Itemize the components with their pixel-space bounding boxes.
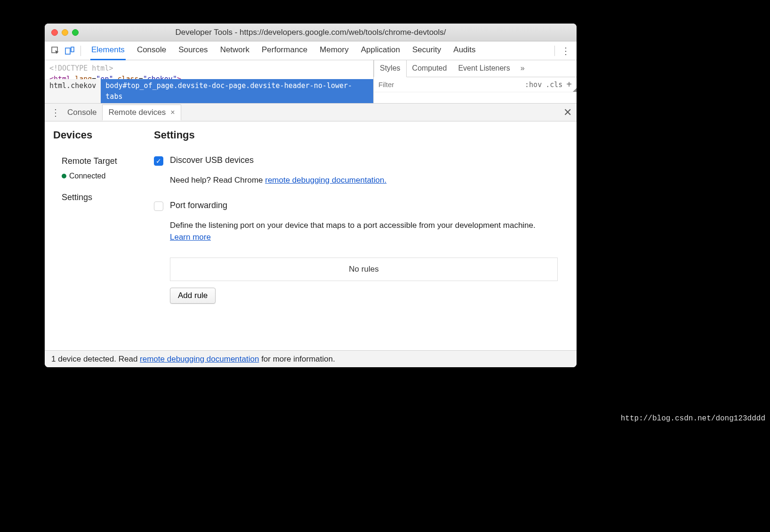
sidebar-item-settings[interactable]: Settings xyxy=(62,190,154,205)
remote-debugging-doc-link[interactable]: remote debugging documentation. xyxy=(265,176,386,185)
sidebar-item-connected[interactable]: Connected xyxy=(62,169,154,183)
tab-memory[interactable]: Memory xyxy=(319,41,349,60)
separator xyxy=(554,46,555,56)
elements-panel: <!DOCTYPE html> <html lang="en" class="c… xyxy=(45,60,577,104)
devtools-window: Developer Tools - https://developers.goo… xyxy=(45,24,577,367)
breadcrumb-item[interactable]: html.chekov xyxy=(45,79,101,103)
drawer-tab-console[interactable]: Console xyxy=(62,105,102,120)
port-forwarding-label: Port forwarding xyxy=(170,201,227,210)
discover-usb-help: Need help? Read Chrome remote debugging … xyxy=(170,174,558,186)
breadcrumb: html.chekov body#top_of_page.devsite-doc… xyxy=(45,79,373,103)
rules-list-empty: No rules xyxy=(170,258,558,281)
tab-sources[interactable]: Sources xyxy=(177,41,209,60)
filter-input[interactable] xyxy=(378,81,521,89)
connected-status-dot-icon xyxy=(62,174,66,178)
setting-discover-usb: ✓ Discover USB devices xyxy=(154,155,558,166)
separator xyxy=(80,46,81,56)
tab-audits[interactable]: Audits xyxy=(452,41,476,60)
styles-panel: Styles Computed Event Listeners » :hov .… xyxy=(373,60,577,103)
learn-more-link[interactable]: Learn more xyxy=(170,233,211,242)
svg-rect-2 xyxy=(71,47,74,52)
tab-elements[interactable]: Elements xyxy=(90,41,126,60)
resize-corner-icon[interactable] xyxy=(573,88,577,92)
connected-label: Connected xyxy=(69,172,105,180)
styles-tab-events[interactable]: Event Listeners xyxy=(452,60,515,77)
tab-console[interactable]: Console xyxy=(136,41,167,60)
watermark: http://blog.csdn.net/dong123dddd xyxy=(621,414,765,423)
breadcrumb-item-selected[interactable]: body#top_of_page.devsite-doc-page.devsit… xyxy=(101,79,373,103)
close-tab-icon[interactable]: × xyxy=(170,108,175,117)
port-forwarding-checkbox[interactable] xyxy=(154,202,163,211)
discover-usb-label: Discover USB devices xyxy=(170,155,254,165)
drawer-close-icon[interactable]: ✕ xyxy=(563,106,572,119)
styles-tab-styles[interactable]: Styles xyxy=(374,60,407,77)
sidebar-heading: Devices xyxy=(53,129,154,141)
inspect-element-icon[interactable] xyxy=(49,45,62,57)
settings-pane: Settings ✓ Discover USB devices Need hel… xyxy=(154,121,577,350)
main-tabs: Elements Console Sources Network Perform… xyxy=(90,41,550,60)
window-title: Developer Tools - https://developers.goo… xyxy=(45,28,577,37)
sidebar-item-remote-target[interactable]: Remote Target xyxy=(62,153,154,169)
device-toolbar-icon[interactable] xyxy=(64,45,76,57)
drawer-more-icon[interactable]: ⋮ xyxy=(49,107,62,118)
discover-usb-checkbox[interactable]: ✓ xyxy=(154,156,163,166)
devices-sidebar: Devices Remote Target Connected Settings xyxy=(45,121,154,350)
filter-row: :hov .cls + xyxy=(374,77,577,92)
tab-security[interactable]: Security xyxy=(411,41,442,60)
dom-tree[interactable]: <!DOCTYPE html> <html lang="en" class="c… xyxy=(45,60,373,103)
port-forwarding-help: Define the listening port on your device… xyxy=(170,219,558,243)
drawer-tab-label: Remote devices xyxy=(108,108,166,117)
hov-toggle[interactable]: :hov xyxy=(525,81,542,89)
new-rule-icon[interactable]: + xyxy=(566,79,572,90)
add-rule-button[interactable]: Add rule xyxy=(170,288,216,304)
styles-tab-computed[interactable]: Computed xyxy=(407,60,453,77)
footer-doc-link[interactable]: remote debugging documentation xyxy=(140,355,259,364)
footer-bar: 1 device detected. Read remote debugging… xyxy=(45,350,577,367)
titlebar: Developer Tools - https://developers.goo… xyxy=(45,24,577,41)
drawer-tab-remote-devices[interactable]: Remote devices × xyxy=(102,105,181,121)
doctype: <!DOCTYPE html> xyxy=(49,64,113,73)
main-toolbar: Elements Console Sources Network Perform… xyxy=(45,41,577,60)
setting-port-forwarding: Port forwarding xyxy=(154,201,558,211)
cls-toggle[interactable]: .cls xyxy=(545,81,562,89)
more-menu-icon[interactable]: ⋮ xyxy=(560,45,572,56)
settings-heading: Settings xyxy=(154,129,558,141)
tab-application[interactable]: Application xyxy=(360,41,401,60)
tab-network[interactable]: Network xyxy=(219,41,250,60)
svg-rect-1 xyxy=(65,48,70,54)
styles-more-icon[interactable]: » xyxy=(516,60,529,77)
drawer-body: Devices Remote Target Connected Settings… xyxy=(45,121,577,350)
drawer-header: ⋮ Console Remote devices × ✕ xyxy=(45,104,577,121)
tab-performance[interactable]: Performance xyxy=(261,41,308,60)
styles-tabs: Styles Computed Event Listeners » xyxy=(374,60,577,77)
